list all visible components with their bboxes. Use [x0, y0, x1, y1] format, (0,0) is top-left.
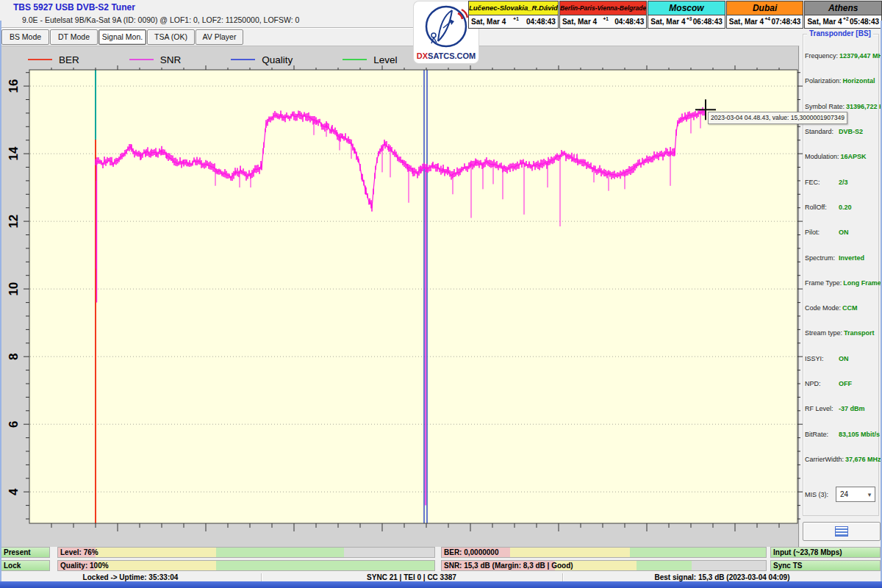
meter-text: Lock — [4, 561, 21, 570]
transponder-field-frequency: Frequency:12379,447 MHz — [805, 43, 878, 68]
meter-segment — [637, 561, 692, 570]
field-label: Standard: — [805, 128, 837, 135]
legend-label: SNR — [160, 54, 182, 65]
meter-bar-level: Level: 76% — [57, 547, 435, 558]
meter-text: BER: 0,0000000 — [444, 548, 499, 557]
mis-dropdown[interactable]: 24 ▾ — [836, 487, 875, 502]
log-button[interactable] — [803, 522, 881, 541]
field-value: 0.20 — [839, 204, 852, 211]
field-value: Long Frame — [843, 279, 881, 287]
tab-tsa-ok[interactable]: TSA (OK) — [147, 29, 195, 45]
clock-dubai: DubaiSat, Mar 4+407:48:43 — [726, 1, 804, 29]
meter-segment — [344, 548, 434, 557]
status-bar: Locked -> Uptime: 35:33:04 SYNC 21 | TEI… — [0, 573, 882, 581]
world-clocks: Lučenec-Slovakia_R.DávidSat, Mar 4+104:4… — [467, 1, 882, 29]
field-label: RF Level: — [805, 405, 837, 412]
meter-segment — [692, 561, 766, 570]
clock-athens: AthensSat, Mar 4+205:48:43 — [804, 1, 882, 29]
transponder-field-fec: FEC:2/3 — [805, 169, 878, 194]
transponder-field-polarization: Polarization:Horizontal — [805, 68, 878, 93]
field-label: Stream type: — [805, 329, 842, 337]
legend-item-ber: BER — [28, 54, 79, 65]
meter-segment — [216, 561, 434, 570]
legend-item-quality: Quality — [231, 54, 293, 65]
window-bottom-strip — [0, 581, 882, 588]
meter-bar-ber: BER: 0,0000000 — [441, 547, 767, 558]
field-value: DVB-S2 — [839, 128, 863, 135]
meter-label-lock: Lock — [1, 560, 50, 571]
transponder-field-code-mode: Code Mode:CCM — [805, 295, 878, 320]
meter-text: SNR: 15,3 dB (Margin: 8,3 dB | Good) — [444, 561, 573, 570]
transponder-field-rolloff: RollOff:0.20 — [805, 195, 878, 220]
transponder-field-frame-type: Frame Type:Long Frame — [805, 270, 878, 295]
field-label: FEC: — [805, 179, 837, 186]
field-label: Code Mode: — [805, 304, 841, 312]
status-uptime: Locked -> Uptime: 35:33:04 — [0, 573, 261, 581]
field-value: Inverted — [839, 254, 864, 262]
meter-sync-ts: Sync TS — [770, 560, 881, 571]
meter-text: Present — [4, 548, 31, 557]
legend-label: Level — [373, 54, 397, 65]
clock-time: Sat, Mar 4+407:48:43 — [727, 15, 803, 28]
field-label: ISSYI: — [805, 355, 837, 362]
meter-segment — [510, 548, 630, 557]
field-value: ON — [839, 229, 849, 236]
clock-time: Sat, Mar 4+306:48:43 — [648, 15, 725, 28]
transponder-field-pilot: Pilot:ON — [805, 220, 878, 245]
field-label: NPD: — [805, 380, 837, 387]
field-value: ON — [839, 355, 849, 362]
chart-tooltip: 2023-03-04 04.48.43, value: 15,300000190… — [708, 112, 847, 124]
transponder-groupbox: Transponder [BS] Frequency:12379,447 MHz… — [803, 34, 879, 516]
transponder-group-title: Transponder [BS] — [807, 29, 873, 37]
header-divider — [0, 27, 413, 29]
tab-bs-mode[interactable]: BS Mode — [1, 29, 49, 45]
meter-text: Level: 76% — [60, 548, 98, 557]
level-line-swatch — [343, 59, 367, 60]
field-value: Horizontal — [843, 77, 875, 85]
clock-berlin-paris-vienna-belgrade: Berlin-Paris-Vienna-BelgradeSat, Mar 4+1… — [559, 1, 647, 29]
tab-dt-mode[interactable]: DT Mode — [50, 29, 98, 45]
field-label: RollOff: — [805, 204, 837, 211]
meter-segment — [96, 561, 216, 570]
signal-chart-panel: BERSNRQualityLevel — [1, 46, 800, 547]
transponder-field-modulation: Modulation:16APSK — [805, 144, 878, 169]
meter-bar-quality: Quality: 100% — [57, 560, 435, 571]
chart-legend: BERSNRQualityLevel — [28, 52, 448, 67]
app-window: TBS 5927 USB DVB-S2 Tuner 9.0E - Eutelsa… — [0, 0, 882, 588]
meter-segment — [630, 548, 766, 557]
field-value: 12379,447 MHz — [839, 52, 882, 60]
transponder-field-rf-level: RF Level:-37 dBm — [805, 396, 878, 421]
field-label: CarrierWidth: — [805, 456, 844, 463]
transponder-panel: Transponder [BS] Frequency:12379,447 MHz… — [801, 29, 882, 547]
snr-line-swatch — [129, 59, 154, 60]
tab-bar: BS ModeDT ModeSignal Mon.TSA (OK)AV Play… — [1, 29, 244, 46]
field-value: CCM — [842, 304, 858, 312]
clock-lu-enec-slovakia-r-d-vid: Lučenec-Slovakia_R.DávidSat, Mar 4+104:4… — [468, 1, 559, 29]
tab-signal-mon[interactable]: Signal Mon. — [98, 29, 146, 45]
meter-text: Sync TS — [773, 561, 802, 570]
field-value: 37,676 MHz — [845, 456, 881, 463]
transponder-field-npd: NPD:OFF — [805, 371, 878, 396]
clock-time: Sat, Mar 4+205:48:43 — [805, 15, 881, 28]
field-label: Spectrum: — [805, 254, 837, 262]
mis-label: MIS (3): — [805, 491, 836, 498]
field-label: Frequency: — [805, 52, 838, 60]
field-label: Polarization: — [805, 77, 842, 85]
field-label: Symbol Rate: — [805, 103, 845, 110]
signal-meters: PresentLevel: 76%BER: 0,0000000Input (~2… — [0, 547, 882, 573]
transponder-field-stream-type: Stream type:Transport — [805, 320, 878, 345]
legend-item-level: Level — [343, 54, 397, 65]
status-best-signal: Best signal: 15,3 dB (2023-03-04 04:09) — [562, 573, 882, 581]
field-value: OFF — [839, 380, 852, 387]
logo-wordmark: DXSATCS.COM — [414, 51, 478, 60]
field-value: 16APSK — [841, 153, 867, 160]
transponder-field-issyi: ISSYI:ON — [805, 346, 878, 371]
clock-time: Sat, Mar 4+104:48:43 — [560, 15, 646, 28]
tab-av-player[interactable]: AV Player — [196, 29, 243, 45]
meter-segment — [216, 548, 344, 557]
legend-label: Quality — [262, 54, 293, 65]
field-label: Pilot: — [805, 229, 837, 236]
field-value: 31396,722 KS/s — [846, 103, 882, 110]
transponder-field-carrierwidth: CarrierWidth:37,676 MHz — [805, 447, 878, 472]
legend-label: BER — [59, 54, 79, 65]
